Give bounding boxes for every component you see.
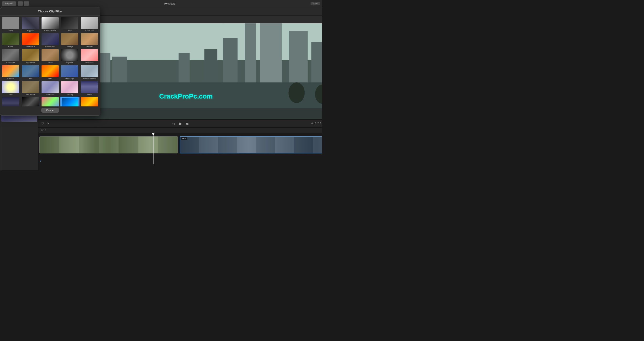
filter-item-none[interactable]: None [1, 17, 20, 32]
filter-label-dreamy: Dreamy [66, 94, 73, 96]
filter-item-filmgrain[interactable]: Film Grain [1, 49, 20, 64]
filter-item-blue[interactable]: Blue [21, 65, 40, 80]
window-btn-2[interactable] [24, 2, 29, 6]
filter-label-blue: Blue [29, 78, 32, 80]
filter-thumb-sepia [42, 49, 59, 61]
filter-grid: NoneFlippedBlack & WhiteNoirSilent EraCa… [0, 16, 100, 106]
filter-thumb-raster [81, 81, 98, 93]
timeline-section: 0:18 Settings [38, 128, 322, 170]
next-button[interactable]: ⏭ [186, 122, 189, 126]
filter-item-noir[interactable]: Noir [60, 17, 79, 32]
filter-item-blast[interactable]: Blast [40, 65, 60, 80]
left-panel: Choose Clip Filter NoneFlippedBlack & Wh… [0, 7, 0, 170]
filter-label-blast: Blast [48, 78, 52, 80]
filter-label-bleachbypass: Bleach Bypass [83, 78, 96, 80]
filter-item-bleachbypass[interactable]: Bleach Bypass [80, 65, 99, 80]
timeline-track-main: 23.9s [40, 135, 322, 154]
filter-item-romantic[interactable]: Romantic [80, 49, 99, 64]
top-bar: Projects My Movie Share [0, 0, 322, 7]
filter-item-oldworld[interactable]: Old World [21, 81, 40, 96]
filter-label-blockbuster: Blockbuster [45, 46, 55, 48]
play-button[interactable]: ▶ [179, 121, 182, 126]
filter-item-raster[interactable]: Raster [80, 81, 99, 96]
filter-item-dayintonight[interactable]: Day into Night [1, 97, 20, 106]
filter-thumb-oldworld [22, 81, 39, 93]
cancel-button[interactable]: Cancel [41, 108, 59, 113]
filter-thumb-scifi [61, 97, 78, 106]
filter-thumb-western [81, 33, 98, 45]
filter-thumb-blast [42, 65, 59, 77]
svg-point-21 [288, 82, 305, 103]
filter-label-heatwave: Heat Wave [26, 46, 35, 48]
filter-thumb-camo [2, 33, 19, 45]
window-btn-1[interactable] [18, 2, 23, 6]
timeline-tracks: 23.9s ♪ [38, 134, 322, 164]
filter-thumb-blue [22, 65, 39, 77]
filter-item-scifi[interactable]: Sci-Fi [60, 97, 79, 106]
timeline-playhead [153, 134, 154, 164]
filter-label-bw: Black & White [44, 30, 56, 32]
filter-item-flashback[interactable]: Flashback [40, 81, 60, 96]
filter-item-bw[interactable]: Black & White [40, 17, 60, 32]
filter-thumb-silera [81, 17, 98, 29]
track-clip-2[interactable]: 23.9s [180, 136, 322, 154]
filter-label-raster: Raster [87, 94, 92, 96]
filter-dialog-title: Choose Clip Filter [0, 8, 100, 16]
filter-thumb-glow [2, 81, 19, 93]
filter-item-hardlight[interactable]: Hard Light [60, 65, 79, 80]
filter-item-vintage[interactable]: Vintage [60, 33, 79, 48]
filter-label-western: Western [86, 46, 93, 48]
filter-label-none: None [8, 30, 13, 32]
filter-thumb-heatwave [22, 33, 39, 45]
filter-item-blockbuster[interactable]: Blockbuster [40, 33, 60, 48]
playback-controls: ⏮ ▶ ⏭ [52, 121, 309, 126]
clip-frames [40, 136, 178, 153]
filter-item-agedfilm[interactable]: Aged Film [21, 49, 40, 64]
filter-thumb-flashback [42, 81, 59, 93]
filter-item-cartoon[interactable]: Cartoon [1, 65, 20, 80]
filter-item-sepia[interactable]: Sepia [40, 49, 60, 64]
dislike-button[interactable]: ✕ [47, 122, 50, 125]
filter-thumb-dreamy [61, 81, 78, 93]
filter-thumb-cartoon [2, 65, 19, 77]
projects-button[interactable]: Projects [2, 2, 16, 6]
music-icon: ♪ [40, 159, 41, 162]
filter-label-oldworld: Old World [26, 94, 34, 96]
filter-thumb-hardlight [61, 65, 78, 77]
filter-thumb-noir [61, 17, 78, 29]
filter-thumb-vintage [61, 33, 78, 45]
filter-thumb-blockbuster [42, 33, 59, 45]
filter-thumb-agedfilm [22, 49, 39, 61]
filter-item-flipped[interactable]: Flipped [21, 17, 40, 32]
filter-label-noir: Noir [68, 30, 72, 32]
filter-thumb-none [2, 17, 19, 29]
filter-dialog: Choose Clip Filter NoneFlippedBlack & Wh… [0, 7, 100, 116]
filter-item-heatwave[interactable]: Heat Wave [21, 33, 40, 48]
filter-item-duotone[interactable]: Duotone [80, 97, 99, 106]
filter-item-xray[interactable]: X-Ray [21, 97, 40, 106]
like-button[interactable]: ♡ [41, 122, 44, 125]
filter-grid-scroll: NoneFlippedBlack & WhiteNoirSilent EraCa… [0, 16, 100, 106]
filter-item-negative[interactable]: Negative [40, 97, 60, 106]
timeline-time-marker: 0:18 [41, 129, 46, 132]
filter-label-filmgrain: Film Grain [6, 62, 15, 64]
current-time: 0:18 / 0:51 [312, 122, 322, 125]
filter-item-dreamy[interactable]: Dreamy [60, 81, 79, 96]
filter-thumb-vignette [61, 49, 78, 61]
filter-label-cartoon: Cartoon [8, 78, 14, 80]
filter-item-western[interactable]: Western [80, 33, 99, 48]
timeline-header: 0:18 Settings [38, 128, 322, 134]
filter-item-glow[interactable]: Glow [1, 81, 20, 96]
filter-label-hardlight: Hard Light [66, 78, 74, 80]
filter-label-romantic: Romantic [86, 62, 94, 64]
clip-time-badge: 23.9s [181, 137, 188, 140]
share-button[interactable]: Share [310, 2, 320, 5]
watermark-text: CrackProPc.com [159, 92, 213, 100]
filter-label-flipped: Flipped [27, 30, 34, 32]
filter-item-camo[interactable]: Camo [1, 33, 20, 48]
track-clip-1[interactable] [40, 136, 178, 154]
filter-item-vignette[interactable]: Vignette [60, 49, 79, 64]
filter-thumb-romantic [81, 49, 98, 61]
prev-button[interactable]: ⏮ [172, 122, 175, 126]
filter-item-silera[interactable]: Silent Era [80, 17, 99, 32]
